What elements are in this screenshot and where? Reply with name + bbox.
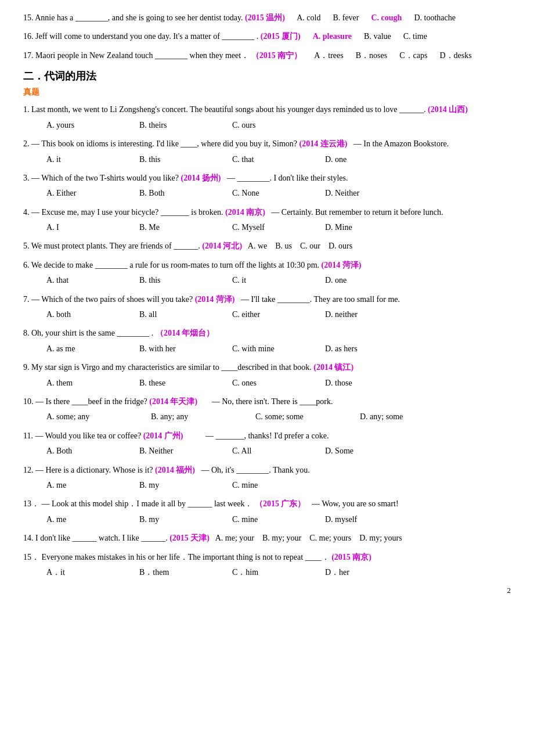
- q1-options: A. yours B. theirs C. ours: [23, 119, 511, 132]
- q8-text: 8. Oh, your shirt is the same ________ .…: [23, 327, 511, 340]
- q9-num: 9.: [23, 363, 30, 372]
- q7-text: 7. — Which of the two pairs of shoes wil…: [23, 293, 511, 306]
- q9-opt-a: A. them: [46, 377, 122, 390]
- q14-num: 14.: [23, 534, 34, 542]
- q15-options: A．it B．them C．him D．her: [23, 566, 511, 579]
- q12-opt-b: B. my: [139, 479, 215, 492]
- q11-opt-d: D. Some: [325, 445, 400, 458]
- q4-opt-d: D. Mine: [325, 221, 400, 234]
- q17-top-opt-a: A．trees: [314, 51, 344, 60]
- q3-opt-b: B. Both: [139, 187, 215, 200]
- q12-num: 12.: [23, 466, 34, 474]
- question-15-top: 15. Annie has a ________, and she is goi…: [23, 12, 511, 24]
- q4-opt-c: C. Myself: [232, 221, 308, 234]
- q1-opt-b: B. theirs: [139, 119, 215, 132]
- q7-options: A. both B. all C. either D. neither: [23, 308, 511, 321]
- q3-num: 3.: [23, 174, 30, 182]
- q10-text: 10. — Is there ____beef in the fridge? (…: [23, 395, 511, 408]
- q13-num: 13．: [23, 499, 39, 508]
- q8: 8. Oh, your shirt is the same ________ .…: [23, 327, 511, 355]
- q1-num: 1.: [23, 105, 30, 114]
- q10-opt-a: A. some; any: [46, 411, 134, 423]
- q2-opt-c: C. that: [232, 153, 308, 166]
- q13-opt-b: B. my: [139, 513, 215, 526]
- q11-opt-a: A. Both: [46, 445, 122, 458]
- section2-sub: 真题: [23, 86, 511, 99]
- q15-opt-c: C．him: [232, 566, 308, 579]
- q2-opt-d: D. one: [325, 153, 400, 166]
- top-questions: 15. Annie has a ________, and she is goi…: [23, 12, 511, 62]
- q2-opt-a: A. it: [46, 153, 122, 166]
- q10-opt-d: D. any; some: [360, 411, 447, 423]
- q16-top-opt-c: C. time: [403, 32, 427, 41]
- q13-opt-d: D. myself: [325, 513, 400, 526]
- q9-options: A. them B. these C. ones D. those: [23, 377, 511, 390]
- q16-top-text: 16. Jeff will come to understand you one…: [23, 30, 511, 43]
- q15-opt-d: D．her: [325, 566, 400, 579]
- q6-source: (2014 菏泽): [322, 261, 362, 269]
- q6-num: 6.: [23, 261, 30, 269]
- q8-opt-a: A. as me: [46, 343, 122, 355]
- q13: 13． — Look at this model ship．I made it …: [23, 498, 511, 526]
- q1-opt-c: C. ours: [232, 119, 308, 132]
- q10: 10. — Is there ____beef in the fridge? (…: [23, 395, 511, 424]
- q10-num: 10.: [23, 397, 34, 406]
- q17-top-body: Maori people in New Zealand touch ______…: [35, 51, 249, 60]
- q9-opt-c: C. ones: [232, 377, 308, 390]
- q4-text: 4. — Excuse me, may I use your bicycle? …: [23, 206, 511, 219]
- q13-text: 13． — Look at this model ship．I made it …: [23, 498, 511, 510]
- q11: 11. — Would you like tea or coffee? (201…: [23, 430, 511, 458]
- q13-source: （2015 广东）: [255, 499, 306, 508]
- q6-opt-c: C. it: [232, 274, 308, 287]
- question-17-top: 17. Maori people in New Zealand touch __…: [23, 49, 511, 62]
- q5: 5. We must protect plants. They are frie…: [23, 240, 511, 253]
- q15-top-opt-c: C. cough: [371, 13, 402, 22]
- q15-num: 15．: [23, 553, 39, 561]
- q10-options: A. some; any B. any; any C. some; some D…: [23, 411, 511, 423]
- q15-top-body: Annie has a ________, and she is going t…: [35, 13, 243, 22]
- q2-options: A. it B. this C. that D. one: [23, 153, 511, 166]
- q1-text: 1. Last month, we went to Li Zongsheng's…: [23, 103, 511, 116]
- q6-options: A. that B. this C. it D. one: [23, 274, 511, 287]
- q15-top-opt-b: B. fever: [333, 13, 359, 22]
- q2-opt-b: B. this: [139, 153, 215, 166]
- page-number: 2: [23, 585, 511, 597]
- q14: 14. I don't like ______ watch. I like __…: [23, 532, 511, 545]
- q15-opt-b: B．them: [139, 566, 215, 579]
- q12-source: (2014 福州): [155, 466, 195, 474]
- q3-opt-d: D. Neither: [325, 187, 400, 200]
- q15-text: 15． Everyone makes mistakes in his or he…: [23, 551, 511, 564]
- q4: 4. — Excuse me, may I use your bicycle? …: [23, 206, 511, 235]
- q4-opt-a: A. I: [46, 221, 122, 234]
- q6-opt-d: D. one: [325, 274, 400, 287]
- question-16-top: 16. Jeff will come to understand you one…: [23, 30, 511, 43]
- q15-opt-a: A．it: [46, 566, 122, 579]
- q5-text: 5. We must protect plants. They are frie…: [23, 240, 511, 253]
- q17-top-num: 17.: [23, 51, 34, 60]
- q16-top-opt-b: B. value: [364, 32, 391, 41]
- q10-source: (2014 年天津): [149, 397, 197, 406]
- q1-source: (2014 山西): [428, 105, 468, 114]
- q12-opt-c: C. mine: [232, 479, 308, 492]
- q6-text: 6. We decide to make ________ a rule for…: [23, 259, 511, 272]
- q10-opt-c: C. some; some: [255, 411, 342, 423]
- q8-source: （2014 年烟台）: [156, 329, 215, 337]
- q5-num: 5.: [23, 242, 30, 250]
- q4-opt-b: B. Me: [139, 221, 215, 234]
- q9-source: (2014 镇江): [313, 363, 353, 372]
- q16-top-opt-a: A. pleasure: [313, 32, 352, 41]
- q11-options: A. Both B. Neither C. All D. Some: [23, 445, 511, 458]
- q13-opt-a: A. me: [46, 513, 122, 526]
- q1: 1. Last month, we went to Li Zongsheng's…: [23, 103, 511, 132]
- q11-opt-b: B. Neither: [139, 445, 215, 458]
- q12-options: A. me B. my C. mine: [23, 479, 511, 492]
- q15-top-source: (2015 温州): [245, 13, 285, 22]
- q17-top-opt-b: B．noses: [356, 51, 387, 60]
- q11-opt-c: C. All: [232, 445, 308, 458]
- q9-opt-b: B. these: [139, 377, 215, 390]
- q3-options: A. Either B. Both C. None D. Neither: [23, 187, 511, 200]
- q14-source: (2015 天津): [169, 534, 210, 542]
- q8-num: 8.: [23, 329, 30, 337]
- q13-opt-c: C. mine: [232, 513, 308, 526]
- q16-top-num: 16.: [23, 32, 34, 41]
